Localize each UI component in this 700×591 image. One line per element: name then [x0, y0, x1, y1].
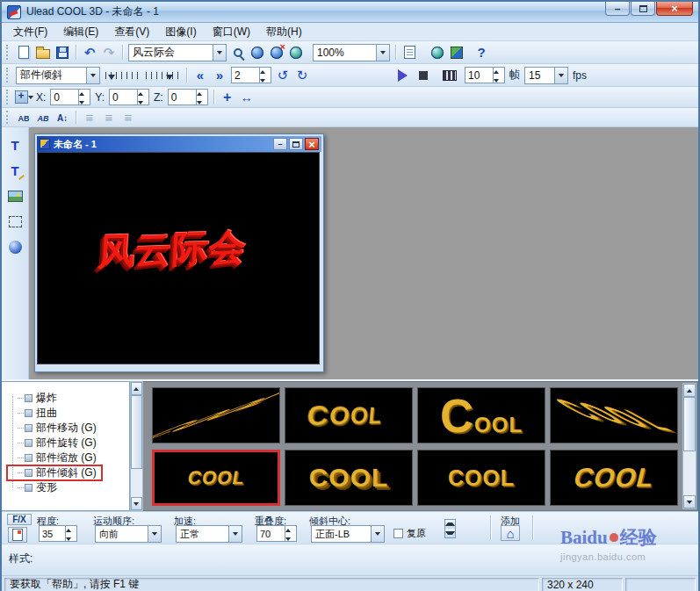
toolbar-grip[interactable] — [6, 111, 11, 124]
toolbar-grip[interactable] — [6, 68, 11, 83]
overlap-spinner[interactable]: 70 — [256, 525, 297, 542]
chevron-down-icon[interactable] — [86, 68, 99, 83]
selection-button[interactable] — [4, 211, 25, 232]
add-keyframe-button[interactable] — [218, 88, 237, 107]
degree-spinner[interactable]: 35 — [39, 525, 77, 542]
spinner-arrows[interactable] — [285, 526, 296, 541]
align-right-button[interactable] — [119, 108, 138, 127]
object-mode-button[interactable] — [267, 43, 286, 62]
menu-image[interactable]: 图像(I) — [157, 23, 204, 41]
chevron-down-icon[interactable] — [148, 526, 161, 542]
scroll-up-button[interactable] — [131, 382, 142, 395]
align-center-button[interactable] — [99, 108, 119, 127]
preset-thumbnail-2[interactable]: COOL — [285, 387, 413, 443]
canvas[interactable]: 风云际会 — [37, 152, 320, 364]
insert-object-button[interactable] — [4, 236, 25, 257]
edit-text-button[interactable] — [4, 160, 25, 181]
effect-dropdown[interactable]: 部件倾斜 — [16, 67, 100, 84]
chevron-down-icon[interactable] — [371, 526, 384, 542]
align-left-button[interactable] — [80, 108, 99, 127]
spinner-arrows[interactable] — [78, 90, 90, 105]
zoom-dropdown[interactable]: 100% — [313, 44, 390, 61]
aux-spinner[interactable] — [444, 519, 456, 538]
spinner-arrows[interactable] — [137, 90, 148, 105]
menu-help[interactable]: 帮助(H) — [258, 23, 310, 41]
new-document-button[interactable] — [14, 43, 33, 62]
export-button[interactable] — [400, 43, 419, 62]
document-title-bar[interactable]: 未命名 - 1 — [37, 136, 321, 152]
maximize-button[interactable] — [631, 2, 655, 16]
reverse-loop-button[interactable] — [292, 66, 312, 85]
chevron-down-icon[interactable] — [376, 45, 389, 61]
scroll-thumb[interactable] — [683, 397, 696, 451]
text-spacing-button[interactable] — [14, 108, 33, 127]
document-close-button[interactable] — [305, 138, 319, 150]
ease-in-slider[interactable] — [104, 68, 141, 83]
insert-text-button[interactable] — [4, 134, 25, 155]
effect-item-tilt[interactable]: 部件倾斜 (G) — [7, 465, 102, 480]
fps-dropdown[interactable]: 15 — [524, 67, 568, 84]
text-kerning-button[interactable] — [33, 108, 53, 127]
undo-button[interactable] — [80, 43, 99, 62]
text-leading-button[interactable] — [53, 108, 72, 127]
close-button[interactable] — [656, 2, 693, 16]
x-spinner[interactable]: 0 — [50, 89, 90, 105]
preset-thumbnail-4[interactable]: COOL — [550, 387, 678, 443]
transform-mode-button[interactable] — [14, 88, 33, 107]
motion-order-dropdown[interactable]: 向前 — [95, 525, 162, 543]
spinner-arrows[interactable] — [196, 90, 207, 105]
scroll-down-button[interactable] — [131, 497, 142, 510]
effect-item-twist[interactable]: 扭曲 — [7, 406, 62, 421]
fx-page-button[interactable] — [8, 527, 27, 543]
fx-button[interactable]: F/X — [7, 514, 32, 525]
effect-item-explode[interactable]: 爆炸 — [7, 391, 62, 406]
tilt-center-dropdown[interactable]: 正面-LB — [311, 525, 385, 543]
last-frame-button[interactable] — [210, 66, 229, 85]
document-minimize-button[interactable] — [273, 138, 287, 150]
scene-mode-button[interactable] — [248, 43, 267, 62]
toolbar-grip[interactable] — [6, 45, 11, 61]
preset-thumbnail-7[interactable]: COOL — [417, 450, 545, 506]
play-button[interactable] — [393, 66, 414, 85]
up-arrow[interactable] — [445, 520, 455, 529]
z-spinner[interactable]: 0 — [168, 89, 208, 105]
preset-thumbnail-6[interactable]: COOL — [285, 450, 413, 506]
effect-item-move[interactable]: 部件移动 (G) — [7, 421, 102, 436]
document-maximize-button[interactable] — [289, 138, 303, 150]
open-button[interactable] — [33, 43, 53, 62]
spinner-arrows[interactable] — [493, 68, 504, 83]
y-spinner[interactable]: 0 — [109, 89, 149, 105]
chevron-down-icon[interactable] — [213, 45, 226, 61]
fit-window-button[interactable] — [228, 43, 248, 62]
current-frame-spinner[interactable]: 2 — [231, 67, 271, 83]
restore-checkbox[interactable]: 复原 — [393, 527, 426, 540]
menu-window[interactable]: 窗口(W) — [205, 23, 258, 41]
move-object-button[interactable] — [237, 88, 256, 107]
effect-item-deform[interactable]: 变形 — [7, 480, 62, 495]
accel-dropdown[interactable]: 正常 — [176, 525, 242, 543]
menu-view[interactable]: 查看(V) — [106, 23, 157, 41]
camera-mode-button[interactable] — [286, 43, 306, 62]
loop-button[interactable] — [273, 66, 292, 85]
preset-dropdown[interactable]: 风云际会 — [128, 44, 227, 61]
menu-file[interactable]: 文件(F) — [5, 23, 55, 41]
scroll-down-button[interactable] — [683, 495, 696, 508]
preset-thumbnail-1[interactable]: COOL — [152, 387, 280, 443]
redo-button[interactable] — [99, 43, 119, 62]
effect-item-scale[interactable]: 部件缩放 (G) — [7, 450, 102, 465]
toolbar-grip[interactable] — [6, 90, 11, 104]
ease-out-slider[interactable] — [144, 68, 181, 83]
duration-spinner[interactable]: 10 — [465, 67, 505, 83]
title-bar[interactable]: Ulead COOL 3D - 未命名 - 1 — [2, 2, 698, 23]
first-frame-button[interactable] — [191, 66, 210, 85]
web-button[interactable] — [428, 43, 447, 62]
export-video-button[interactable] — [440, 66, 459, 85]
insert-image-button[interactable] — [4, 185, 25, 206]
save-button[interactable] — [53, 43, 72, 62]
preset-thumbnail-8[interactable]: COOL — [550, 450, 678, 506]
add-button[interactable] — [501, 525, 520, 541]
scroll-thumb[interactable] — [131, 395, 142, 469]
spinner-arrows[interactable] — [65, 526, 76, 541]
down-arrow[interactable] — [445, 529, 455, 537]
scroll-track[interactable] — [683, 397, 696, 495]
